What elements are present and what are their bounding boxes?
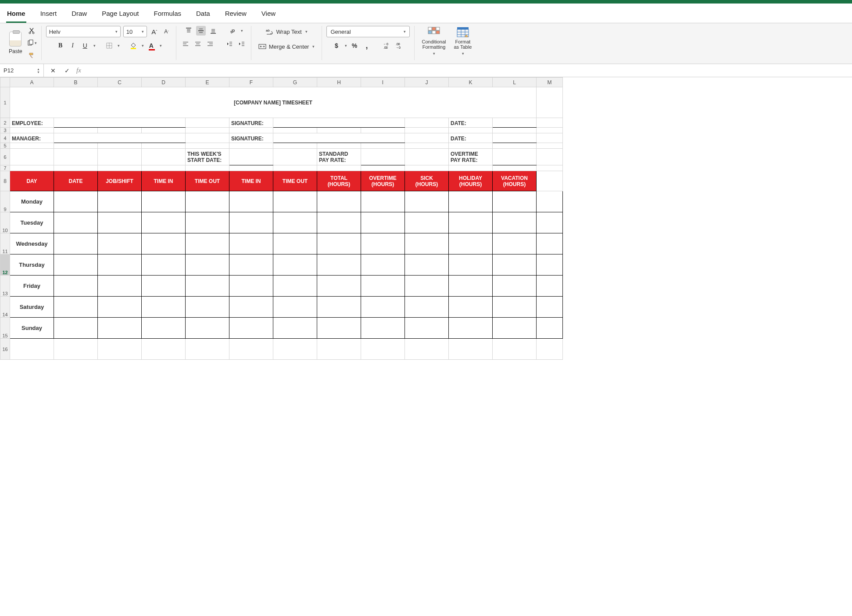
cell-I5[interactable] (361, 143, 405, 149)
cell-A16[interactable] (10, 339, 54, 360)
cell-M15[interactable] (537, 318, 563, 339)
table-cell-r13-c5[interactable] (229, 276, 273, 297)
cell-H16[interactable] (317, 339, 361, 360)
table-cell-r14-c1[interactable] (54, 297, 98, 318)
table-cell-r12-c8[interactable] (361, 254, 405, 276)
tab-data[interactable]: Data (195, 7, 211, 23)
label-signature-2[interactable]: SIGNATURE: (229, 133, 273, 143)
cell-F7[interactable] (229, 165, 273, 171)
table-cell-r9-c4[interactable] (186, 191, 229, 212)
table-cell-r15-c5[interactable] (229, 318, 273, 339)
table-cell-r13-c11[interactable] (493, 276, 537, 297)
cell-J2[interactable] (405, 118, 449, 128)
row-header-3[interactable]: 3 (0, 128, 10, 133)
table-header-6[interactable]: TIME OUT (273, 171, 317, 191)
table-cell-r14-c8[interactable] (361, 297, 405, 318)
copy-icon[interactable]: ▾ (27, 38, 37, 48)
table-cell-r14-c3[interactable] (142, 297, 186, 318)
day-monday[interactable]: Monday (10, 191, 54, 212)
table-header-4[interactable]: TIME OUT (186, 171, 229, 191)
cell-M8[interactable] (537, 171, 563, 191)
col-header-D[interactable]: D (142, 78, 186, 87)
std-rate-field[interactable] (361, 149, 405, 165)
day-thursday[interactable]: Thursday (10, 254, 54, 276)
align-center-icon[interactable] (193, 39, 203, 49)
table-cell-r13-c4[interactable] (186, 276, 229, 297)
name-box-up-icon[interactable]: ▲ (37, 68, 40, 71)
table-cell-r9-c6[interactable] (273, 191, 317, 212)
cell-E4[interactable] (186, 133, 229, 143)
tab-page-layout[interactable]: Page Layout (101, 7, 140, 23)
table-cell-r12-c7[interactable] (317, 254, 361, 276)
cell-M4[interactable] (537, 133, 563, 143)
cell-G16[interactable] (273, 339, 317, 360)
table-cell-r9-c7[interactable] (317, 191, 361, 212)
date-manager-field[interactable] (493, 133, 537, 143)
table-cell-r10-c10[interactable] (449, 212, 493, 233)
row-header-6[interactable]: 6 (0, 149, 10, 165)
table-cell-r11-c10[interactable] (449, 233, 493, 254)
table-cell-r10-c3[interactable] (142, 212, 186, 233)
cell-I7[interactable] (361, 165, 405, 171)
col-header-E[interactable]: E (186, 78, 229, 87)
cell-E5[interactable] (186, 143, 229, 149)
table-cell-r15-c6[interactable] (273, 318, 317, 339)
table-cell-r11-c4[interactable] (186, 233, 229, 254)
label-ot-rate[interactable]: OVERTIMEPAY RATE: (449, 149, 493, 165)
cell-M1[interactable] (537, 87, 563, 118)
table-cell-r12-c10[interactable] (449, 254, 493, 276)
day-tuesday[interactable]: Tuesday (10, 212, 54, 233)
table-cell-r10-c6[interactable] (273, 212, 317, 233)
cell-L16[interactable] (493, 339, 537, 360)
table-cell-r14-c4[interactable] (186, 297, 229, 318)
table-cell-r9-c5[interactable] (229, 191, 273, 212)
cell-D7[interactable] (142, 165, 186, 171)
align-middle-icon[interactable] (196, 26, 206, 36)
tab-home[interactable]: Home (6, 7, 26, 23)
table-cell-r13-c2[interactable] (98, 276, 142, 297)
col-header-C[interactable]: C (98, 78, 142, 87)
table-cell-r10-c1[interactable] (54, 212, 98, 233)
table-cell-r14-c11[interactable] (493, 297, 537, 318)
comma-format-icon[interactable]: , (362, 41, 372, 50)
cell-K7[interactable] (449, 165, 493, 171)
table-cell-r9-c8[interactable] (361, 191, 405, 212)
table-cell-r14-c9[interactable] (405, 297, 449, 318)
row-header-5[interactable]: 5 (0, 143, 10, 149)
table-cell-r15-c8[interactable] (361, 318, 405, 339)
table-cell-r15-c2[interactable] (98, 318, 142, 339)
cell-F3[interactable] (229, 128, 273, 133)
row-header-16[interactable]: 16 (0, 339, 10, 360)
sheet-title[interactable]: [COMPANY NAME] TIMESHEET (10, 87, 537, 118)
cell-M5[interactable] (537, 143, 563, 149)
table-cell-r13-c9[interactable] (405, 276, 449, 297)
cancel-formula-icon[interactable]: ✕ (48, 66, 58, 75)
cell-C7[interactable] (98, 165, 142, 171)
table-cell-r10-c9[interactable] (405, 212, 449, 233)
cell-B7[interactable] (54, 165, 98, 171)
font-color-button[interactable]: A (147, 41, 156, 50)
table-cell-r11-c11[interactable] (493, 233, 537, 254)
row-header-14[interactable]: 14 (0, 297, 10, 318)
wrap-text-button[interactable]: ab Wrap Text▾ (263, 26, 310, 37)
cell-A5[interactable] (10, 143, 54, 149)
font-name-select[interactable]: Helv▾ (46, 26, 121, 37)
cell-D16[interactable] (142, 339, 186, 360)
table-cell-r10-c8[interactable] (361, 212, 405, 233)
table-cell-r9-c3[interactable] (142, 191, 186, 212)
table-cell-r12-c9[interactable] (405, 254, 449, 276)
row-header-15[interactable]: 15 (0, 318, 10, 339)
label-manager[interactable]: MANAGER: (10, 133, 54, 143)
table-cell-r11-c2[interactable] (98, 233, 142, 254)
cell-H5[interactable] (317, 143, 361, 149)
cut-icon[interactable] (27, 26, 37, 36)
row-header-2[interactable]: 2 (0, 118, 10, 128)
tab-insert[interactable]: Insert (39, 7, 58, 23)
table-cell-r14-c2[interactable] (98, 297, 142, 318)
table-cell-r10-c7[interactable] (317, 212, 361, 233)
row-header-8[interactable]: 8 (0, 171, 10, 191)
table-cell-r11-c6[interactable] (273, 233, 317, 254)
cell-H7[interactable] (317, 165, 361, 171)
row-header-13[interactable]: 13 (0, 276, 10, 297)
cell-M14[interactable] (537, 297, 563, 318)
